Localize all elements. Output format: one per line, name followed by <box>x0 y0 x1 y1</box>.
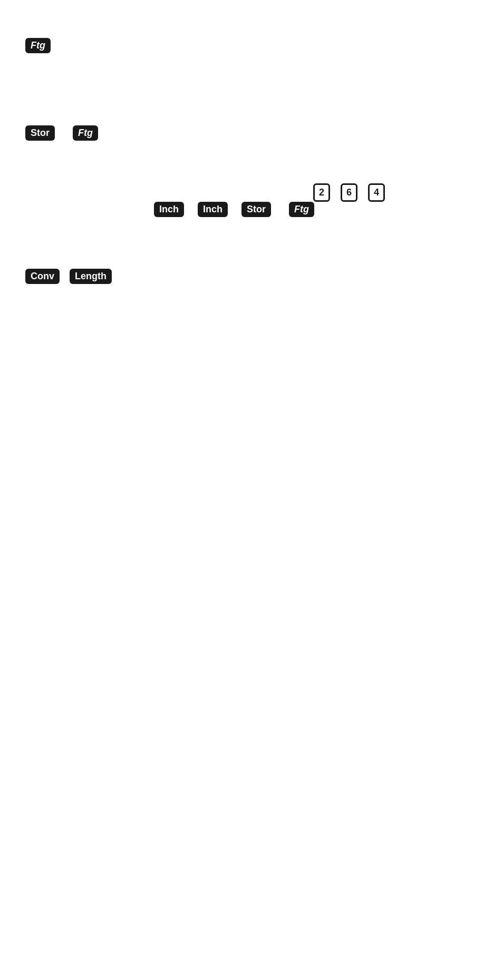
inch-badge-2: Inch <box>198 202 228 217</box>
conv-badge: Conv <box>25 269 60 284</box>
num-6-badge: 6 <box>341 183 357 202</box>
num-4-badge: 4 <box>368 183 385 202</box>
stor-badge-1: Stor <box>25 125 55 141</box>
ftg-badge-2: Ftg <box>73 125 98 141</box>
num-2-badge: 2 <box>313 183 330 202</box>
inch-badge-1: Inch <box>154 202 184 217</box>
ftg-badge-1: Ftg <box>25 38 51 53</box>
ftg-badge-3: Ftg <box>289 202 314 217</box>
stor-badge-2: Stor <box>241 202 271 217</box>
length-badge: Length <box>70 269 112 284</box>
